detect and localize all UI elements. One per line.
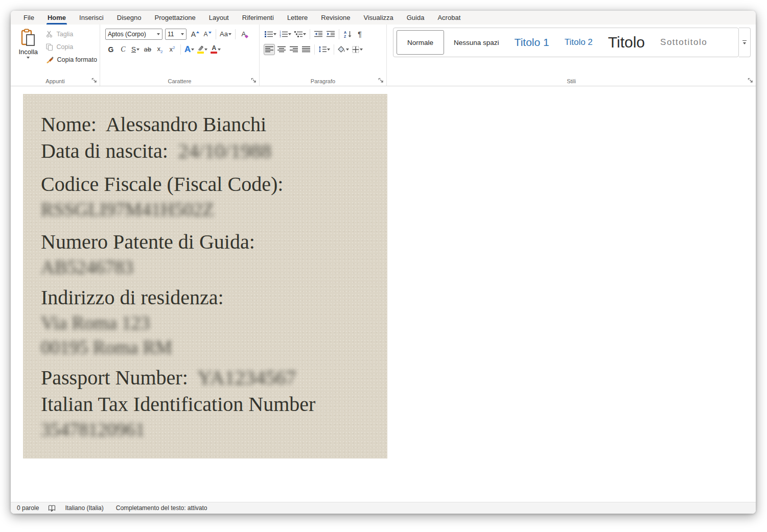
text-effects-button[interactable]: A — [183, 44, 195, 55]
style-nessuna-spaziatura[interactable]: Nessuna spazi — [446, 28, 507, 57]
doc-line-codice-fiscale-label: Codice Fiscale (Fiscal Code): — [41, 171, 378, 198]
tab-guida[interactable]: Guida — [400, 11, 431, 25]
increase-indent-icon — [327, 31, 335, 37]
shrink-font-button[interactable]: A — [202, 29, 213, 40]
tax-id-value-blurred: 35478120961 — [41, 419, 145, 440]
format-painter-label: Copia formato — [57, 56, 97, 63]
font-dialog-launcher-icon[interactable] — [251, 78, 257, 83]
more-line — [742, 40, 747, 41]
copy-label: Copia — [56, 43, 73, 51]
proofing-status[interactable] — [45, 502, 59, 514]
align-left-button[interactable] — [264, 44, 275, 55]
borders-icon — [352, 46, 359, 53]
style-titolo[interactable]: Titolo — [600, 28, 653, 57]
font-size-combobox[interactable]: 11 — [165, 29, 187, 40]
clear-formatting-button[interactable]: A — [238, 29, 249, 40]
sort-button[interactable]: AZ — [342, 29, 353, 40]
tab-riferimenti[interactable]: Riferimenti — [236, 11, 281, 25]
decrease-indent-button[interactable] — [313, 29, 324, 40]
proofing-book-icon — [48, 505, 56, 512]
doc-line-codice-fiscale-value: RSSGLI97M41H502Z — [41, 198, 378, 222]
bold-button[interactable]: G — [105, 44, 117, 55]
clipboard-dialog-launcher-icon[interactable] — [91, 78, 97, 83]
word-window: File Home Inserisci Disegno Progettazion… — [11, 11, 756, 514]
style-sottotitolo[interactable]: Sottotitolo — [653, 28, 715, 57]
chevron-down-icon — [27, 57, 30, 59]
copy-button[interactable]: Copia — [43, 41, 100, 53]
font-size-value: 11 — [168, 31, 179, 38]
tab-visualizza[interactable]: Visualizza — [357, 11, 400, 25]
multilevel-list-icon — [294, 31, 303, 37]
numbering-button[interactable]: 123 — [278, 29, 292, 40]
document-canvas[interactable]: Nome: Alessandro Bianchi Data di nascita… — [11, 86, 756, 502]
tab-inserisci[interactable]: Inserisci — [73, 11, 110, 25]
style-normale[interactable]: Normale — [397, 30, 444, 55]
text-completion-status[interactable]: Completamento del testo: attivato — [110, 502, 214, 514]
tab-progettazione[interactable]: Progettazione — [148, 11, 202, 25]
chevron-down-icon — [346, 49, 349, 51]
line-spacing-button[interactable] — [317, 44, 331, 55]
status-bar: 0 parole Italiano (Italia) Completamento… — [11, 502, 756, 514]
styles-dialog-launcher-icon[interactable] — [748, 78, 753, 83]
text-highlight-button[interactable] — [196, 44, 208, 55]
chevron-down-icon — [228, 33, 231, 35]
chevron-down-icon — [360, 49, 363, 51]
grow-font-button[interactable]: A — [190, 29, 201, 40]
tab-home[interactable]: Home — [41, 11, 73, 25]
embedded-identity-document-image[interactable]: Nome: Alessandro Bianchi Data di nascita… — [23, 94, 387, 458]
font-name-value: Aptos (Corpo) — [108, 31, 155, 38]
change-case-icon: Aa — [220, 30, 228, 38]
align-right-button[interactable] — [288, 44, 299, 55]
patente-value-blurred: AB5246783 — [41, 257, 133, 278]
font-color-button[interactable]: A — [210, 44, 222, 55]
bullets-button[interactable] — [264, 29, 277, 40]
cut-label: Taglia — [56, 31, 73, 38]
underline-icon: S — [131, 45, 136, 53]
justify-button[interactable] — [300, 44, 312, 55]
align-center-button[interactable] — [276, 44, 287, 55]
styles-gallery-more-button[interactable] — [739, 28, 751, 57]
chevron-down-icon — [327, 49, 330, 51]
caret-up-icon — [196, 31, 199, 33]
strikethrough-icon: ab — [144, 46, 151, 53]
underline-button[interactable]: S — [130, 44, 141, 55]
tab-disegno[interactable]: Disegno — [110, 11, 148, 25]
italic-button[interactable]: C — [118, 44, 129, 55]
tab-file[interactable]: File — [17, 11, 41, 25]
chevron-down-icon — [743, 42, 746, 44]
show-formatting-marks-button[interactable]: ¶ — [354, 29, 365, 40]
divider — [235, 29, 236, 39]
styles-group-label: Stili — [387, 78, 756, 84]
format-painter-button[interactable]: Copia formato — [43, 54, 100, 65]
word-count-status[interactable]: 0 parole — [17, 502, 45, 514]
subscript-button[interactable]: x2 — [154, 44, 166, 55]
strikethrough-button[interactable]: ab — [142, 44, 153, 55]
tab-revisione[interactable]: Revisione — [314, 11, 357, 25]
clipboard-group: Incolla Taglia Copia — [11, 25, 100, 86]
paste-button[interactable]: Incolla — [15, 27, 41, 65]
font-name-combobox[interactable]: Aptos (Corpo) — [105, 29, 162, 40]
style-titolo-2[interactable]: Titolo 2 — [557, 28, 600, 57]
shading-button[interactable] — [337, 44, 350, 55]
paste-label: Incolla — [18, 48, 38, 56]
tab-acrobat[interactable]: Acrobat — [431, 11, 467, 25]
superscript-button[interactable]: x2 — [167, 44, 178, 55]
change-case-button[interactable]: Aa — [219, 29, 233, 40]
tab-lettere[interactable]: Lettere — [281, 11, 314, 25]
language-status[interactable]: Italiano (Italia) — [59, 502, 109, 514]
paragraph-dialog-launcher-icon[interactable] — [378, 78, 384, 83]
increase-indent-button[interactable] — [325, 29, 336, 40]
bold-icon: G — [108, 45, 114, 54]
style-titolo-1[interactable]: Titolo 1 — [507, 28, 557, 57]
pilcrow-icon: ¶ — [358, 30, 362, 38]
clipboard-icon — [20, 29, 36, 47]
highlighter-icon — [197, 45, 204, 54]
cut-button[interactable]: Taglia — [43, 28, 100, 40]
grow-font-icon: A — [191, 30, 196, 38]
tab-layout[interactable]: Layout — [202, 11, 236, 25]
justify-icon — [302, 46, 310, 53]
borders-button[interactable] — [351, 44, 364, 55]
text-effects-icon: A — [184, 44, 191, 55]
doc-line-indirizzo-2: 00195 Roma RM — [41, 335, 378, 360]
multilevel-list-button[interactable] — [293, 29, 307, 40]
